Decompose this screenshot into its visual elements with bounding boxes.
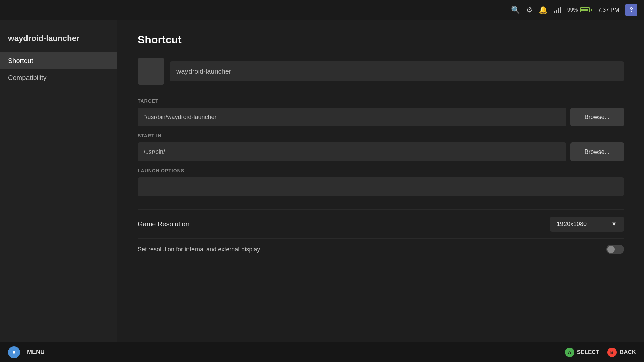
resolution-row: Game Resolution 644x362 ▼ [138, 209, 624, 238]
back-label: BACK [620, 349, 636, 356]
battery-percent: 99% [567, 7, 578, 13]
app-name-input[interactable] [170, 61, 624, 81]
a-button-icon: A [565, 348, 574, 357]
steam-logo: ● [8, 346, 20, 358]
content-area: Shortcut TARGET Browse... START IN Brows… [117, 20, 644, 342]
select-button-group: A SELECT [565, 348, 599, 357]
page-title: Shortcut [138, 34, 624, 46]
bottombar: ● MENU A SELECT B BACK [0, 342, 644, 362]
resolution-dropdown[interactable]: 644x362 ▼ [550, 217, 624, 232]
target-browse-button[interactable]: Browse... [570, 108, 624, 126]
display-toggle[interactable] [606, 245, 624, 254]
chevron-down-icon: ▼ [611, 221, 617, 228]
signal-icon [554, 7, 561, 13]
help-button[interactable]: ? [625, 4, 637, 16]
target-label: TARGET [138, 98, 624, 104]
battery-icon [580, 7, 592, 12]
start-in-row: Browse... [138, 142, 624, 161]
sidebar-item-compatibility[interactable]: Compatibility [0, 69, 117, 86]
launch-options-label: LAUNCH OPTIONS [138, 168, 624, 173]
main-layout: waydroid-launcher Shortcut Compatibility… [0, 20, 644, 342]
bell-icon[interactable]: 🔔 [539, 6, 548, 14]
start-in-browse-button[interactable]: Browse... [570, 142, 624, 161]
select-label: SELECT [577, 349, 599, 356]
toggle-knob [607, 246, 615, 253]
app-icon[interactable] [138, 58, 164, 85]
gear-icon[interactable]: ⚙ [526, 6, 533, 14]
back-button-group: B BACK [607, 348, 636, 357]
clock: 7:37 PM [598, 7, 619, 13]
app-title: waydroid-launcher [0, 27, 117, 52]
b-button-icon: B [607, 348, 617, 357]
search-icon[interactable]: 🔍 [511, 6, 520, 14]
battery-status: 99% [567, 7, 592, 13]
target-input[interactable] [138, 108, 566, 126]
sidebar-item-shortcut[interactable]: Shortcut [0, 52, 117, 69]
topbar: 🔍 ⚙ 🔔 99% 7:37 PM ? [0, 0, 644, 20]
bottom-right-controls: A SELECT B BACK [565, 348, 636, 357]
launch-options-input[interactable] [138, 177, 624, 196]
resolution-value: 644x362 [557, 221, 587, 228]
start-in-label: START IN [138, 133, 624, 138]
app-name-row [138, 58, 624, 85]
sidebar: waydroid-launcher Shortcut Compatibility [0, 20, 117, 342]
display-label: Set resolution for internal and external… [138, 246, 260, 253]
menu-label: MENU [27, 349, 45, 356]
start-in-input[interactable] [138, 142, 566, 161]
target-row: Browse... [138, 108, 624, 126]
display-row: Set resolution for internal and external… [138, 238, 624, 260]
resolution-label: Game Resolution [138, 220, 190, 228]
